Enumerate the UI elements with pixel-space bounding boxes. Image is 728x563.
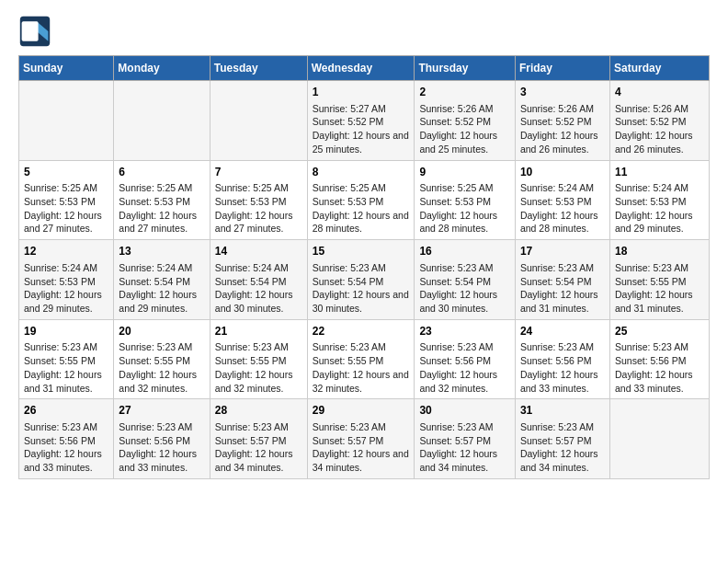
day-info: Sunrise: 5:25 AM Sunset: 5:53 PM Dayligh… [419,181,510,236]
day-info: Sunrise: 5:23 AM Sunset: 5:54 PM Dayligh… [520,261,605,316]
day-number: 8 [313,165,410,180]
calendar-table: SundayMondayTuesdayWednesdayThursdayFrid… [18,55,710,479]
day-cell: 10Sunrise: 5:24 AM Sunset: 5:53 PM Dayli… [515,160,609,240]
day-number: 4 [615,85,704,100]
day-cell: 7Sunrise: 5:25 AM Sunset: 5:53 PM Daylig… [210,160,307,240]
day-info: Sunrise: 5:26 AM Sunset: 5:52 PM Dayligh… [520,102,605,156]
day-cell: 29Sunrise: 5:23 AM Sunset: 5:57 PM Dayli… [307,399,415,479]
day-info: Sunrise: 5:25 AM Sunset: 5:53 PM Dayligh… [119,181,204,236]
day-cell: 14Sunrise: 5:24 AM Sunset: 5:54 PM Dayli… [210,240,307,320]
day-cell: 17Sunrise: 5:23 AM Sunset: 5:54 PM Dayli… [515,240,609,320]
day-info: Sunrise: 5:26 AM Sunset: 5:52 PM Dayligh… [615,102,704,156]
day-cell: 28Sunrise: 5:23 AM Sunset: 5:57 PM Dayli… [210,399,307,479]
svg-rect-2 [22,21,39,41]
day-number: 2 [419,85,510,100]
day-info: Sunrise: 5:27 AM Sunset: 5:52 PM Dayligh… [313,102,410,156]
day-cell [114,81,210,161]
day-number: 20 [119,324,204,339]
day-cell: 24Sunrise: 5:23 AM Sunset: 5:56 PM Dayli… [515,319,609,399]
day-info: Sunrise: 5:23 AM Sunset: 5:55 PM Dayligh… [215,340,302,395]
day-info: Sunrise: 5:24 AM Sunset: 5:53 PM Dayligh… [24,261,108,316]
day-cell: 27Sunrise: 5:23 AM Sunset: 5:56 PM Dayli… [114,399,210,479]
header-row: SundayMondayTuesdayWednesdayThursdayFrid… [19,56,710,81]
day-info: Sunrise: 5:25 AM Sunset: 5:53 PM Dayligh… [24,181,108,236]
day-cell [19,81,114,161]
col-header-thursday: Thursday [415,56,516,81]
day-info: Sunrise: 5:26 AM Sunset: 5:52 PM Dayligh… [419,102,510,156]
day-number: 3 [520,85,605,100]
day-info: Sunrise: 5:23 AM Sunset: 5:56 PM Dayligh… [24,420,108,475]
day-info: Sunrise: 5:23 AM Sunset: 5:55 PM Dayligh… [615,261,704,316]
day-info: Sunrise: 5:23 AM Sunset: 5:56 PM Dayligh… [520,340,605,395]
day-cell: 26Sunrise: 5:23 AM Sunset: 5:56 PM Dayli… [19,399,114,479]
week-row-5: 26Sunrise: 5:23 AM Sunset: 5:56 PM Dayli… [19,399,710,479]
col-header-monday: Monday [114,56,210,81]
day-info: Sunrise: 5:23 AM Sunset: 5:56 PM Dayligh… [419,340,510,395]
col-header-friday: Friday [515,56,609,81]
day-number: 14 [215,244,302,259]
day-number: 27 [119,403,204,419]
page-header [18,15,710,48]
day-cell: 20Sunrise: 5:23 AM Sunset: 5:55 PM Dayli… [114,319,210,399]
day-info: Sunrise: 5:25 AM Sunset: 5:53 PM Dayligh… [215,181,302,236]
day-number: 25 [615,324,704,339]
day-number: 9 [419,165,510,180]
day-number: 23 [419,324,510,339]
day-number: 29 [313,403,410,419]
day-info: Sunrise: 5:23 AM Sunset: 5:54 PM Dayligh… [313,261,410,316]
day-cell: 25Sunrise: 5:23 AM Sunset: 5:56 PM Dayli… [609,319,709,399]
day-number: 13 [119,244,204,259]
week-row-2: 5Sunrise: 5:25 AM Sunset: 5:53 PM Daylig… [19,160,710,240]
day-cell: 15Sunrise: 5:23 AM Sunset: 5:54 PM Dayli… [307,240,415,320]
day-cell: 12Sunrise: 5:24 AM Sunset: 5:53 PM Dayli… [19,240,114,320]
day-info: Sunrise: 5:23 AM Sunset: 5:57 PM Dayligh… [419,420,510,475]
day-cell: 21Sunrise: 5:23 AM Sunset: 5:55 PM Dayli… [210,319,307,399]
day-info: Sunrise: 5:23 AM Sunset: 5:54 PM Dayligh… [419,261,510,316]
day-number: 16 [419,244,510,259]
day-info: Sunrise: 5:24 AM Sunset: 5:54 PM Dayligh… [215,261,302,316]
day-info: Sunrise: 5:23 AM Sunset: 5:55 PM Dayligh… [119,340,204,395]
day-cell: 23Sunrise: 5:23 AM Sunset: 5:56 PM Dayli… [415,319,516,399]
day-number: 28 [215,403,302,419]
day-cell: 13Sunrise: 5:24 AM Sunset: 5:54 PM Dayli… [114,240,210,320]
col-header-sunday: Sunday [19,56,114,81]
day-number: 15 [313,244,410,259]
day-cell: 16Sunrise: 5:23 AM Sunset: 5:54 PM Dayli… [415,240,516,320]
day-number: 1 [313,85,410,100]
day-cell: 19Sunrise: 5:23 AM Sunset: 5:55 PM Dayli… [19,319,114,399]
day-cell: 8Sunrise: 5:25 AM Sunset: 5:53 PM Daylig… [307,160,415,240]
day-cell: 6Sunrise: 5:25 AM Sunset: 5:53 PM Daylig… [114,160,210,240]
day-cell: 31Sunrise: 5:23 AM Sunset: 5:57 PM Dayli… [515,399,609,479]
day-cell: 3Sunrise: 5:26 AM Sunset: 5:52 PM Daylig… [515,81,609,161]
day-cell [210,81,307,161]
day-info: Sunrise: 5:24 AM Sunset: 5:53 PM Dayligh… [615,181,704,236]
day-cell: 5Sunrise: 5:25 AM Sunset: 5:53 PM Daylig… [19,160,114,240]
day-cell: 2Sunrise: 5:26 AM Sunset: 5:52 PM Daylig… [415,81,516,161]
logo [18,15,55,48]
logo-icon [18,15,51,48]
col-header-saturday: Saturday [609,56,709,81]
day-number: 7 [215,165,302,180]
day-cell: 18Sunrise: 5:23 AM Sunset: 5:55 PM Dayli… [609,240,709,320]
day-info: Sunrise: 5:24 AM Sunset: 5:54 PM Dayligh… [119,261,204,316]
day-info: Sunrise: 5:23 AM Sunset: 5:56 PM Dayligh… [615,340,704,395]
day-number: 10 [520,165,605,180]
day-number: 12 [24,244,108,259]
day-number: 26 [24,403,108,419]
day-number: 21 [215,324,302,339]
day-cell: 30Sunrise: 5:23 AM Sunset: 5:57 PM Dayli… [415,399,516,479]
day-number: 22 [313,324,410,339]
col-header-tuesday: Tuesday [210,56,307,81]
day-info: Sunrise: 5:25 AM Sunset: 5:53 PM Dayligh… [313,181,410,236]
day-cell: 11Sunrise: 5:24 AM Sunset: 5:53 PM Dayli… [609,160,709,240]
day-number: 6 [119,165,204,180]
day-info: Sunrise: 5:23 AM Sunset: 5:55 PM Dayligh… [24,340,108,395]
day-number: 24 [520,324,605,339]
day-info: Sunrise: 5:23 AM Sunset: 5:56 PM Dayligh… [119,420,204,475]
day-info: Sunrise: 5:23 AM Sunset: 5:57 PM Dayligh… [520,420,605,475]
day-cell [609,399,709,479]
week-row-3: 12Sunrise: 5:24 AM Sunset: 5:53 PM Dayli… [19,240,710,320]
day-info: Sunrise: 5:23 AM Sunset: 5:55 PM Dayligh… [313,340,410,395]
day-number: 30 [419,403,510,419]
day-cell: 22Sunrise: 5:23 AM Sunset: 5:55 PM Dayli… [307,319,415,399]
